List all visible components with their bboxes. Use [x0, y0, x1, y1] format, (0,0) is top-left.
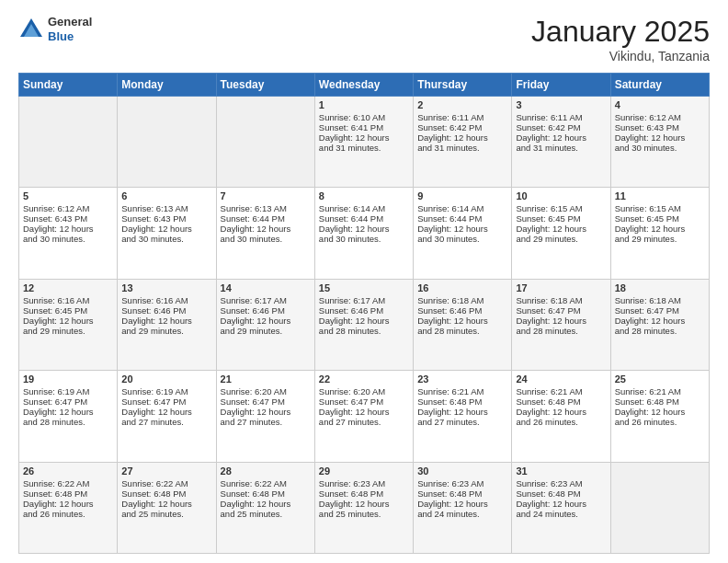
calendar-week-4: 19Sunrise: 6:19 AMSunset: 6:47 PMDayligh…	[19, 371, 710, 462]
day-info: Daylight: 12 hours	[121, 224, 211, 234]
day-info: Sunrise: 6:21 AM	[615, 386, 705, 396]
day-number: 29	[319, 465, 409, 477]
day-info: Daylight: 12 hours	[615, 132, 705, 143]
day-info: Sunset: 6:42 PM	[417, 122, 507, 132]
day-info: Sunrise: 6:14 AM	[417, 203, 507, 213]
calendar-cell: 19Sunrise: 6:19 AMSunset: 6:47 PMDayligh…	[19, 371, 118, 462]
day-info: Sunset: 6:47 PM	[221, 396, 311, 407]
day-info: Sunset: 6:47 PM	[615, 305, 705, 316]
day-info: Sunset: 6:41 PM	[319, 122, 409, 132]
day-number: 1	[319, 99, 409, 110]
day-info: Sunrise: 6:18 AM	[516, 295, 606, 305]
day-number: 7	[221, 190, 311, 201]
day-info: Sunrise: 6:17 AM	[319, 295, 409, 305]
day-info: Daylight: 12 hours	[23, 407, 113, 417]
logo: General Blue	[18, 15, 92, 43]
day-number: 13	[121, 282, 211, 293]
day-info: and 26 minutes.	[516, 417, 606, 427]
day-number: 8	[319, 190, 409, 201]
day-info: Sunrise: 6:19 AM	[23, 386, 113, 396]
day-info: Daylight: 12 hours	[516, 132, 606, 143]
day-info: Sunset: 6:48 PM	[417, 488, 507, 499]
day-info: Sunrise: 6:22 AM	[23, 478, 113, 488]
day-info: Sunrise: 6:19 AM	[121, 386, 211, 396]
day-info: Sunrise: 6:20 AM	[221, 386, 311, 396]
day-info: Sunset: 6:48 PM	[417, 396, 507, 407]
day-info: Sunrise: 6:20 AM	[319, 386, 409, 396]
day-info: Sunrise: 6:11 AM	[417, 112, 507, 122]
day-number: 5	[23, 190, 113, 201]
day-info: Daylight: 12 hours	[417, 499, 507, 509]
day-info: and 30 minutes.	[221, 234, 311, 244]
calendar-cell: 24Sunrise: 6:21 AMSunset: 6:48 PMDayligh…	[512, 371, 610, 462]
day-number: 11	[615, 190, 705, 201]
day-info: and 29 minutes.	[121, 326, 211, 336]
day-info: Daylight: 12 hours	[319, 499, 409, 509]
day-info: Sunrise: 6:15 AM	[516, 203, 606, 213]
header-friday: Friday	[512, 74, 610, 97]
day-number: 25	[615, 373, 705, 385]
day-info: and 27 minutes.	[121, 417, 211, 427]
calendar-week-5: 26Sunrise: 6:22 AMSunset: 6:48 PMDayligh…	[19, 462, 710, 553]
day-number: 21	[221, 373, 311, 385]
day-info: Daylight: 12 hours	[615, 224, 705, 234]
day-info: and 30 minutes.	[615, 143, 705, 153]
day-number: 17	[516, 282, 606, 293]
day-info: and 29 minutes.	[615, 234, 705, 244]
day-info: Daylight: 12 hours	[121, 316, 211, 326]
day-info: Sunrise: 6:14 AM	[319, 203, 409, 213]
calendar-cell: 29Sunrise: 6:23 AMSunset: 6:48 PMDayligh…	[314, 462, 413, 553]
day-number: 9	[417, 190, 507, 201]
day-info: and 28 minutes.	[516, 326, 606, 336]
header-saturday: Saturday	[610, 74, 709, 97]
day-info: Sunrise: 6:13 AM	[221, 203, 311, 213]
day-info: Sunset: 6:46 PM	[319, 305, 409, 316]
day-info: and 26 minutes.	[615, 417, 705, 427]
calendar-cell: 13Sunrise: 6:16 AMSunset: 6:46 PMDayligh…	[118, 279, 216, 370]
day-info: Sunset: 6:47 PM	[319, 396, 409, 407]
calendar-cell: 11Sunrise: 6:15 AMSunset: 6:45 PMDayligh…	[610, 188, 709, 279]
day-info: Sunrise: 6:12 AM	[615, 112, 705, 122]
calendar-cell: 8Sunrise: 6:14 AMSunset: 6:44 PMDaylight…	[314, 188, 413, 279]
day-info: Sunrise: 6:21 AM	[417, 386, 507, 396]
day-number: 31	[516, 465, 606, 477]
calendar-week-1: 1Sunrise: 6:10 AMSunset: 6:41 PMDaylight…	[19, 97, 710, 188]
day-info: Daylight: 12 hours	[516, 316, 606, 326]
day-number: 14	[221, 282, 311, 293]
day-info: and 30 minutes.	[417, 234, 507, 244]
calendar-cell: 4Sunrise: 6:12 AMSunset: 6:43 PMDaylight…	[610, 97, 709, 188]
calendar-cell: 6Sunrise: 6:13 AMSunset: 6:43 PMDaylight…	[118, 188, 216, 279]
weekday-header-row: Sunday Monday Tuesday Wednesday Thursday…	[19, 74, 710, 97]
day-info: Daylight: 12 hours	[221, 316, 311, 326]
day-info: Sunset: 6:43 PM	[23, 213, 113, 224]
day-info: Daylight: 12 hours	[615, 316, 705, 326]
day-info: Daylight: 12 hours	[23, 224, 113, 234]
calendar-cell: 26Sunrise: 6:22 AMSunset: 6:48 PMDayligh…	[19, 462, 118, 553]
day-info: and 31 minutes.	[516, 143, 606, 153]
calendar-cell: 28Sunrise: 6:22 AMSunset: 6:48 PMDayligh…	[216, 462, 314, 553]
header-sunday: Sunday	[19, 74, 118, 97]
day-info: Sunrise: 6:17 AM	[221, 295, 311, 305]
header-monday: Monday	[118, 74, 216, 97]
day-info: Daylight: 12 hours	[23, 316, 113, 326]
day-number: 10	[516, 190, 606, 201]
day-info: and 30 minutes.	[121, 234, 211, 244]
calendar-cell: 12Sunrise: 6:16 AMSunset: 6:45 PMDayligh…	[19, 279, 118, 370]
day-info: Sunrise: 6:18 AM	[615, 295, 705, 305]
day-info: Daylight: 12 hours	[516, 407, 606, 417]
day-info: and 29 minutes.	[516, 234, 606, 244]
day-number: 4	[615, 99, 705, 110]
day-info: and 28 minutes.	[615, 326, 705, 336]
day-number: 16	[417, 282, 507, 293]
calendar-cell: 10Sunrise: 6:15 AMSunset: 6:45 PMDayligh…	[512, 188, 610, 279]
calendar-cell: 14Sunrise: 6:17 AMSunset: 6:46 PMDayligh…	[216, 279, 314, 370]
day-number: 19	[23, 373, 113, 385]
calendar-cell	[19, 97, 118, 188]
day-info: Sunset: 6:48 PM	[121, 488, 211, 499]
day-info: Sunset: 6:48 PM	[23, 488, 113, 499]
logo-general: General	[48, 15, 92, 29]
day-number: 27	[121, 465, 211, 477]
month-title: January 2025	[531, 15, 710, 49]
day-info: and 27 minutes.	[417, 417, 507, 427]
day-number: 22	[319, 373, 409, 385]
